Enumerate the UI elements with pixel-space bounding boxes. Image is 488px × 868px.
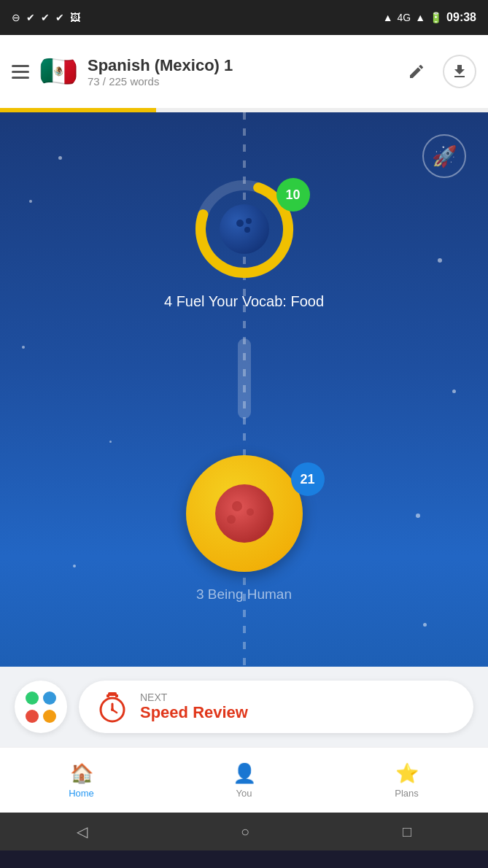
star-5 — [452, 390, 456, 393]
star-6 — [109, 441, 112, 443]
status-bar-right: ▲ 4G ▲ 🔋 09:38 — [383, 11, 476, 24]
svg-point-7 — [247, 508, 254, 516]
star-2 — [29, 200, 32, 203]
status-time: 09:38 — [446, 11, 476, 24]
lesson-node-1[interactable]: 10 — [193, 178, 295, 280]
planet-inner — [215, 484, 274, 543]
lesson-node-2[interactable]: 21 — [186, 455, 303, 572]
home-button[interactable]: ○ — [241, 824, 249, 840]
signal-icon: ▲ — [383, 12, 393, 23]
app-bar-title: Spanish (Mexico) 1 — [88, 56, 392, 75]
next-row: NEXT Speed Review — [0, 667, 488, 747]
star-9 — [423, 623, 427, 627]
yellow-planet-circle — [186, 455, 303, 572]
next-text-group: NEXT Speed Review — [140, 691, 248, 722]
svg-rect-11 — [115, 694, 118, 697]
dot-green — [26, 691, 39, 705]
do-not-disturb-icon: ⊖ — [12, 12, 20, 23]
lesson-2-label: 3 Being Human — [196, 586, 292, 602]
svg-point-8 — [227, 515, 236, 524]
wifi-icon: ▲ — [415, 12, 425, 23]
dot-red — [26, 710, 39, 723]
dot-orange — [43, 710, 56, 723]
bottom-nav: 🏠 Home 👤 You ⭐ Plans — [0, 747, 488, 813]
app-bar: 🇲🇽 Spanish (Mexico) 1 73 / 225 words — [0, 35, 488, 108]
dots-menu-button[interactable] — [15, 681, 67, 733]
image-icon: 🖼 — [70, 12, 80, 23]
app-bar-actions — [402, 55, 476, 88]
rocket-button[interactable]: 🚀 — [422, 134, 466, 178]
svg-point-4 — [246, 218, 252, 224]
svg-point-3 — [236, 220, 244, 227]
android-nav-bar: ◁ ○ □ — [0, 813, 488, 850]
nav-plans[interactable]: ⭐ Plans — [325, 748, 488, 813]
star-1 — [58, 156, 62, 160]
person-icon: 👤 — [233, 762, 256, 785]
main-area: 🚀 10 4 Fuel Your Vocab: Food — [0, 112, 488, 747]
battery-icon: 🔋 — [430, 12, 442, 23]
app-bar-title-group: Spanish (Mexico) 1 73 / 225 words — [88, 56, 392, 88]
nav-home[interactable]: 🏠 Home — [0, 748, 163, 813]
app-bar-subtitle: 73 / 225 words — [88, 75, 392, 88]
svg-point-5 — [244, 227, 250, 233]
connector-segment — [238, 338, 251, 419]
star-icon: ⭐ — [395, 762, 419, 785]
check-icon-1: ✔ — [26, 12, 35, 23]
home-label: Home — [69, 788, 94, 799]
star-4 — [22, 346, 25, 349]
lesson-1-label: 4 Fuel Your Vocab: Food — [164, 293, 324, 310]
edit-button[interactable] — [402, 57, 431, 86]
flag-avatar: 🇲🇽 — [39, 53, 77, 90]
home-icon: 🏠 — [70, 762, 93, 785]
timer-icon — [96, 691, 128, 723]
star-3 — [438, 258, 442, 263]
check-icon-3: ✔ — [55, 12, 64, 23]
check-icon-2: ✔ — [41, 12, 50, 23]
lesson-1-badge: 10 — [276, 178, 310, 212]
nav-you[interactable]: 👤 You — [163, 748, 325, 813]
svg-point-6 — [232, 501, 242, 511]
next-label: NEXT — [140, 691, 248, 703]
network-label: 4G — [398, 12, 411, 23]
bowling-ball-icon — [220, 204, 269, 254]
next-title: Speed Review — [140, 703, 248, 722]
speed-review-button[interactable]: NEXT Speed Review — [79, 681, 473, 733]
dot-blue — [43, 691, 56, 705]
mexico-flag-icon: 🇲🇽 — [39, 53, 77, 90]
plans-label: Plans — [395, 788, 419, 799]
lesson-2-badge: 21 — [291, 462, 325, 496]
svg-point-15 — [111, 708, 114, 711]
status-bar: ⊖ ✔ ✔ ✔ 🖼 ▲ 4G ▲ 🔋 09:38 — [0, 0, 488, 35]
bowling-holes-svg — [220, 204, 269, 254]
status-bar-left: ⊖ ✔ ✔ ✔ 🖼 — [12, 12, 80, 23]
star-8 — [73, 565, 76, 567]
you-label: You — [236, 788, 252, 799]
download-button[interactable] — [443, 55, 476, 88]
star-7 — [416, 514, 420, 518]
svg-rect-10 — [106, 694, 109, 697]
recents-button[interactable]: □ — [403, 824, 411, 840]
back-button[interactable]: ◁ — [77, 823, 88, 840]
svg-point-2 — [220, 204, 269, 254]
menu-button[interactable] — [12, 65, 29, 79]
planet-spots-svg — [215, 484, 274, 543]
